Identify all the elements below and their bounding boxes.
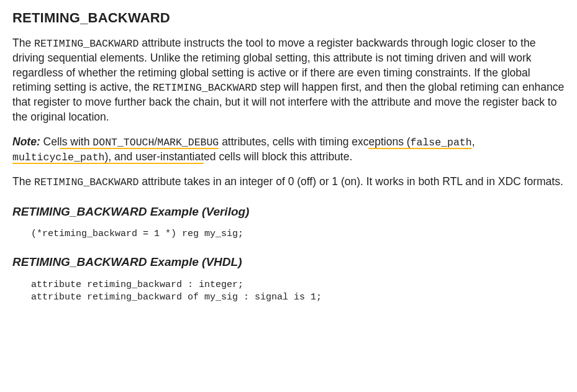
heading-verilog-example: RETIMING_BACKWARD Example (Verilog): [12, 204, 565, 220]
text: The: [12, 175, 34, 188]
highlighted-text: multicycle_path), and user-instantiat: [12, 150, 204, 163]
text: ed cells will block this attribute.: [204, 150, 352, 163]
text: attribute takes in an integer of 0 (off)…: [139, 175, 563, 188]
code-inline: MARK_DEBUG: [157, 137, 219, 148]
highlighted-text: ls with DONT_TOUCH/MARK_DEBUG: [60, 135, 219, 148]
code-inline: RETIMING_BACKWARD: [34, 38, 139, 50]
text: The: [12, 37, 34, 49]
note-label: Note:: [12, 135, 40, 148]
code-inline: multicycle_path: [12, 152, 105, 163]
code-block-vhdl: attribute retiming_backward : integer; a…: [31, 279, 565, 304]
code-block-verilog: (*retiming_backward = 1 *) reg my_sig;: [31, 228, 565, 240]
paragraph-usage: The RETIMING_BACKWARD attribute takes in…: [12, 175, 565, 189]
page-title: RETIMING_BACKWARD: [12, 9, 565, 27]
code-inline: RETIMING_BACKWARD: [153, 82, 257, 94]
text: attributes, cells with timing exc: [219, 135, 368, 148]
paragraph-intro: The RETIMING_BACKWARD attribute instruct…: [12, 36, 565, 125]
code-inline: DONT_TOUCH: [93, 137, 154, 148]
text: eptions (: [368, 135, 410, 148]
paragraph-note: Note: Cells with DONT_TOUCH/MARK_DEBUG a…: [12, 135, 565, 165]
code-inline: false_path: [411, 137, 472, 148]
text: ), and user-instantiat: [105, 150, 204, 163]
text: Cel: [40, 135, 60, 148]
code-inline: RETIMING_BACKWARD: [34, 176, 139, 188]
highlighted-text: eptions (false_path: [368, 135, 471, 148]
text: ,: [472, 135, 475, 148]
text: ls with: [60, 135, 93, 148]
heading-vhdl-example: RETIMING_BACKWARD Example (VHDL): [12, 254, 565, 270]
